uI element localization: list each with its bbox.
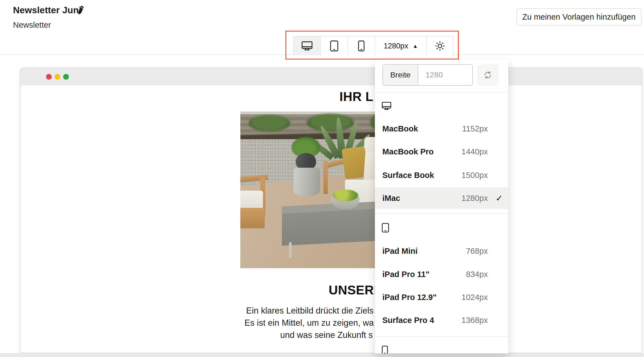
newsletter-heading-mid: UNSERE	[329, 283, 383, 298]
tab-tablet[interactable]	[320, 37, 347, 55]
traffic-light-zoom[interactable]	[63, 74, 69, 80]
device-option-ipad-pro-129[interactable]: iPad Pro 12.9" 1024px	[375, 286, 508, 308]
preview-window: IHR L	[20, 68, 642, 353]
pencil-edit-icon[interactable]	[76, 5, 85, 15]
page-bottom-strip	[0, 353, 644, 357]
brightness-toggle-button[interactable]	[426, 37, 454, 55]
phone-icon	[358, 40, 365, 52]
traffic-light-close[interactable]	[46, 74, 52, 80]
tab-desktop[interactable]	[293, 37, 320, 55]
tablet-icon	[330, 40, 339, 52]
tab-phone[interactable]	[347, 37, 375, 55]
device-option-surface-pro-4[interactable]: Surface Pro 4 1368px	[375, 309, 508, 331]
width-display-value: 1280px	[384, 42, 408, 50]
responsive-device-toolbar: 1280px ▲	[293, 36, 454, 55]
preview-titlebar	[20, 68, 642, 85]
newsletter-paragraph-line: Es ist ein Mittel, um zu zeigen, wa	[244, 318, 374, 328]
device-option-macbook-pro[interactable]: MacBook Pro 1440px	[375, 141, 508, 162]
desktop-section-icon	[382, 102, 391, 110]
page-subtitle: Newsletter	[13, 20, 51, 30]
width-input[interactable]	[418, 65, 472, 85]
newsletter-preview-body: IHR L	[20, 85, 642, 353]
newsletter-paragraph-line: und was seine Zukunft s	[280, 330, 373, 340]
traffic-light-minimize[interactable]	[55, 74, 60, 80]
width-reset-button[interactable]	[477, 64, 499, 86]
tablet-section-icon	[382, 223, 389, 233]
width-input-label: Breite	[383, 65, 418, 85]
device-option-macbook[interactable]: MacBook 1152px	[375, 118, 508, 139]
monitor-icon	[301, 41, 313, 51]
page-title: Newsletter Juni	[13, 5, 81, 15]
newsletter-heading-top: IHR L	[339, 89, 373, 104]
device-option-imac[interactable]: iMac 1280px ✓	[375, 187, 508, 209]
refresh-icon	[483, 70, 493, 80]
add-to-templates-label: Zu meinen Vorlagen hinzufügen	[522, 12, 636, 22]
check-icon: ✓	[496, 193, 503, 203]
device-option-surface-book[interactable]: Surface Book 1500px	[375, 164, 508, 186]
device-option-ipad-mini[interactable]: iPad Mini 768px	[375, 240, 508, 262]
width-input-group: Breite	[382, 64, 473, 86]
panel-divider	[375, 336, 508, 337]
newsletter-paragraph-line: Ein klares Leitbild drückt die Ziels	[246, 306, 373, 316]
device-width-dropdown-panel: Breite MacBook 1152px MacBook Pro 1440px	[375, 60, 508, 353]
add-to-templates-button[interactable]: Zu meinen Vorlagen hinzufügen	[516, 8, 642, 25]
panel-divider	[375, 213, 508, 214]
panel-divider	[375, 92, 508, 93]
sun-icon	[435, 41, 445, 51]
device-option-ipad-pro-11[interactable]: iPad Pro 11" 834px	[375, 263, 508, 285]
phone-section-icon	[382, 345, 388, 353]
width-dropdown-button[interactable]: 1280px ▲	[375, 37, 426, 55]
caret-up-icon: ▲	[413, 43, 418, 49]
